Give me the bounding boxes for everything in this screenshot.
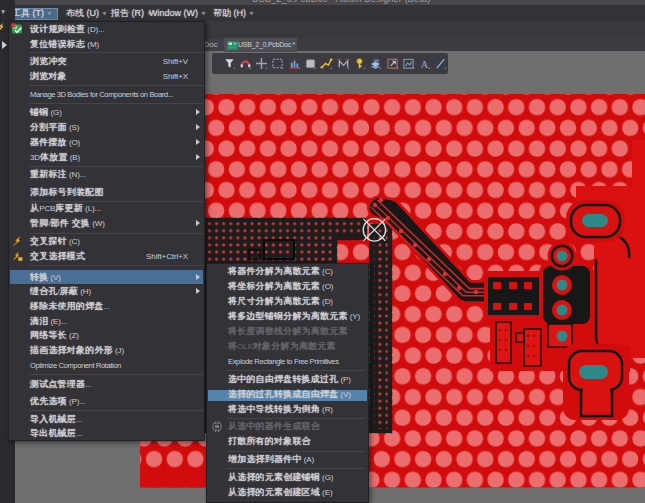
svg-text:A: A [421, 58, 429, 69]
